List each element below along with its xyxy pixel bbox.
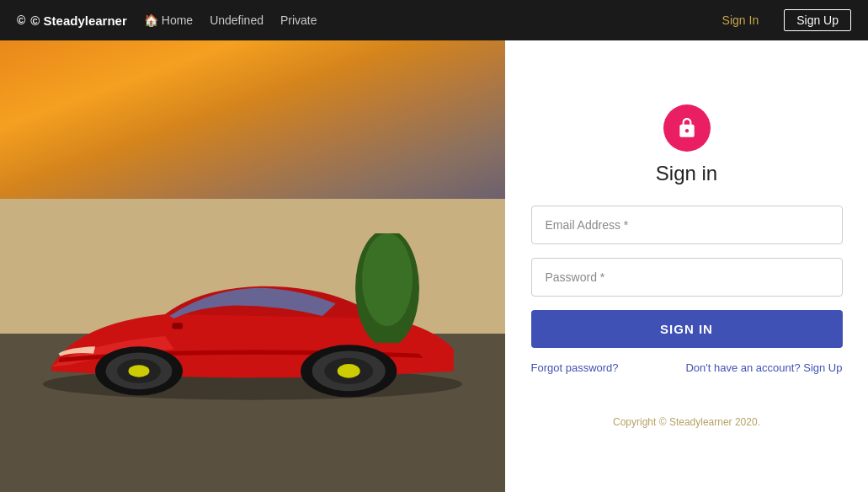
copyright-text: Copyright © Steadylearner 2020. [613, 416, 760, 428]
svg-point-7 [129, 366, 150, 378]
copyright-icon: © [17, 13, 25, 27]
undefined-label: Undefined [210, 13, 264, 27]
lock-icon [676, 117, 698, 139]
email-input[interactable] [531, 206, 843, 244]
private-label: Private [280, 13, 317, 27]
nav-home[interactable]: 🏠 Home [144, 13, 193, 27]
links-row: Forgot password? Don't have an account? … [531, 361, 843, 374]
main-layout: Sign in SIGN IN Forgot password? Don't h… [0, 40, 868, 492]
svg-rect-9 [172, 324, 182, 329]
navbar: © © Steadylearner 🏠 Home Undefined Priva… [0, 0, 868, 40]
svg-point-8 [338, 364, 360, 378]
signup-link[interactable]: Don't have an account? Sign Up [685, 361, 842, 374]
nav-signup-button[interactable]: Sign Up [784, 9, 851, 31]
image-panel [0, 40, 505, 492]
home-icon: 🏠 [144, 13, 158, 27]
signin-panel: Sign in SIGN IN Forgot password? Don't h… [505, 40, 868, 492]
lock-circle [663, 104, 711, 152]
signin-title: Sign in [656, 162, 717, 185]
email-form-group [531, 206, 843, 244]
svg-point-12 [362, 233, 413, 326]
brand-name: © Steadylearner [30, 13, 126, 28]
tree-image [354, 233, 421, 343]
nav-signin-button[interactable]: Sign In [722, 13, 759, 27]
password-input[interactable] [531, 258, 843, 297]
forgot-password-link[interactable]: Forgot password? [531, 361, 619, 374]
signin-button[interactable]: SIGN IN [531, 310, 843, 348]
nav-private[interactable]: Private [280, 13, 317, 27]
nav-undefined[interactable]: Undefined [210, 13, 264, 27]
password-form-group [531, 258, 843, 297]
brand: © © Steadylearner [17, 13, 127, 28]
